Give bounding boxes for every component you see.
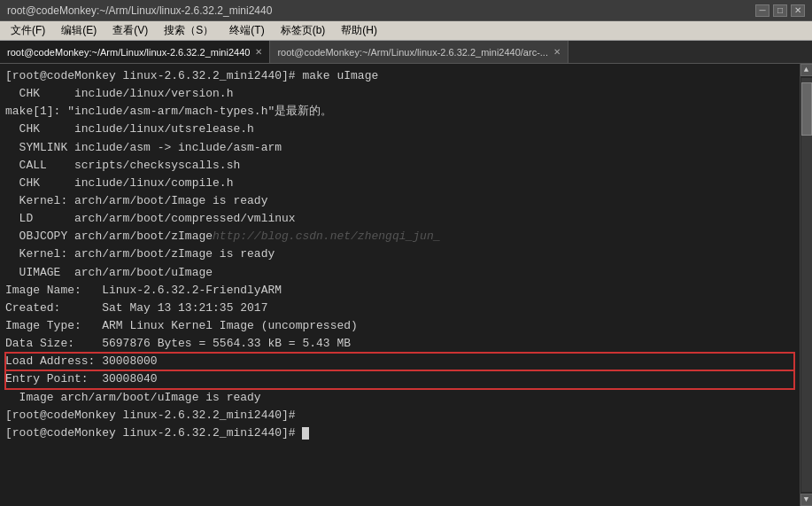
line-5: SYMLINK include/asm -> include/asm-arm <box>5 139 794 157</box>
line-6: CALL scripts/checksyscalls.sh <box>5 157 794 175</box>
line-7: CHK include/linux/compile.h <box>5 175 794 192</box>
menu-help[interactable]: 帮助(H) <box>334 21 384 40</box>
watermark: http://blog.csdn.net/zhengqi_jun_ <box>213 230 440 243</box>
title-bar-text: root@codeMonkey:~/Arm/Linux/linux-2.6.32… <box>7 4 272 17</box>
tab-2-close[interactable]: ✕ <box>553 47 561 57</box>
line-19: Image arch/arm/boot/uImage is ready <box>5 389 794 407</box>
close-button[interactable]: ✕ <box>791 4 805 17</box>
minimize-button[interactable]: ─ <box>755 4 769 17</box>
line-4: CHK include/linux/utsrelease.h <box>5 121 794 138</box>
tab-2-label: root@codeMonkey:~/Arm/Linux/linux-2.6.32… <box>277 47 548 58</box>
menu-bar: 文件(F) 编辑(E) 查看(V) 搜索（S） 终端(T) 标签页(b) 帮助(… <box>0 21 812 41</box>
scroll-up-button[interactable]: ▲ <box>800 64 813 76</box>
menu-tabs[interactable]: 标签页(b) <box>274 21 333 40</box>
scroll-down-button[interactable]: ▼ <box>800 494 813 506</box>
terminal-wrapper: [root@codeMonkey linux-2.6.32.2_mini2440… <box>0 64 812 506</box>
line-16: Data Size: 5697876 Bytes = 5564.33 kB = … <box>5 335 794 353</box>
line-load-address: Load Address: 30008000 <box>5 353 794 370</box>
menu-search[interactable]: 搜索（S） <box>157 21 220 40</box>
menu-edit[interactable]: 编辑(E) <box>54 21 104 40</box>
line-8: Kernel: arch/arm/boot/Image is ready <box>5 192 794 210</box>
title-bar: root@codeMonkey:~/Arm/Linux/linux-2.6.32… <box>0 0 812 21</box>
line-10: OBJCOPY arch/arm/boot/zImagehttp://blog.… <box>5 228 794 245</box>
menu-view[interactable]: 查看(V) <box>105 21 155 40</box>
line-12: UIMAGE arch/arm/boot/uImage <box>5 264 794 282</box>
tab-2[interactable]: root@codeMonkey:~/Arm/Linux/linux-2.6.32… <box>270 41 568 63</box>
line-11: Kernel: arch/arm/boot/zImage is ready <box>5 245 794 263</box>
line-1: [root@codeMonkey linux-2.6.32.2_mini2440… <box>5 67 794 85</box>
tab-1[interactable]: root@codeMonkey:~/Arm/Linux/linux-2.6.32… <box>0 41 270 63</box>
line-3: make[1]: "include/asm-arm/mach-types.h"是… <box>5 103 794 121</box>
title-bar-controls: ─ □ ✕ <box>755 4 805 17</box>
line-21: [root@codeMonkey linux-2.6.32.2_mini2440… <box>5 424 794 442</box>
terminal-cursor <box>302 427 309 440</box>
terminal-content[interactable]: [root@codeMonkey linux-2.6.32.2_mini2440… <box>0 64 800 506</box>
maximize-button[interactable]: □ <box>773 4 787 17</box>
tab-1-label: root@codeMonkey:~/Arm/Linux/linux-2.6.32… <box>7 47 250 58</box>
line-2: CHK include/linux/version.h <box>5 85 794 103</box>
line-15: Image Type: ARM Linux Kernel Image (unco… <box>5 317 794 335</box>
menu-file[interactable]: 文件(F) <box>4 21 52 40</box>
scrollbar-track[interactable] <box>801 78 812 492</box>
tab-bar: root@codeMonkey:~/Arm/Linux/linux-2.6.32… <box>0 41 812 64</box>
line-13: Image Name: Linux-2.6.32.2-FriendlyARM <box>5 282 794 300</box>
line-14: Created: Sat May 13 13:21:35 2017 <box>5 300 794 317</box>
scrollbar[interactable]: ▲ ▼ <box>800 64 812 506</box>
tab-1-close[interactable]: ✕ <box>255 47 262 57</box>
scrollbar-thumb[interactable] <box>801 82 812 136</box>
line-entry-point: Entry Point: 30008040 <box>5 370 794 388</box>
line-20: [root@codeMonkey linux-2.6.32.2_mini2440… <box>5 407 794 424</box>
line-9: LD arch/arm/boot/compressed/vmlinux <box>5 210 794 228</box>
menu-terminal[interactable]: 终端(T) <box>222 21 271 40</box>
